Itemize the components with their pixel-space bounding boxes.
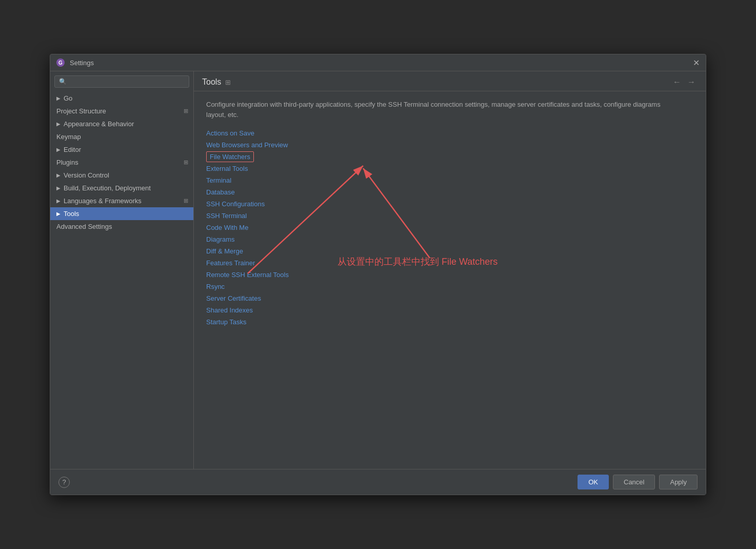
sidebar-item-label: Go [64,94,188,102]
list-item: Remote SSH External Tools [206,269,693,280]
sidebar-item-go[interactable]: ▶ Go [50,92,193,105]
sidebar-item-project-structure[interactable]: Project Structure ⊞ [50,105,193,117]
sidebar-item-label: Project Structure [56,107,182,115]
sidebar-item-version-control[interactable]: ▶ Version Control [50,169,193,182]
search-input[interactable] [54,75,189,88]
list-item: Diff & Merge [206,246,693,257]
tools-description: Configure integration with third-party a… [206,100,668,120]
apply-button[interactable]: Apply [659,475,698,489]
ok-button[interactable]: OK [578,475,609,489]
tool-link-diff-merge[interactable]: Diff & Merge [206,246,243,257]
sidebar-item-tools[interactable]: ▶ Tools [50,207,193,220]
content-title: Tools [202,77,221,87]
content-header: Tools ⊞ ← → [194,71,706,91]
pin-icon: ⊞ [184,198,188,204]
sidebar-item-advanced[interactable]: Advanced Settings [50,220,193,233]
list-item: SSH Configurations [206,199,693,209]
sidebar-item-label: Tools [64,210,188,218]
dialog-footer: ? OK Cancel Apply [50,469,706,495]
sidebar-item-label: Editor [64,146,188,153]
sidebar-item-plugins[interactable]: Plugins ⊞ [50,156,193,169]
sidebar-item-label: Keymap [56,133,188,141]
sidebar-item-label: Appearance & Behavior [64,120,188,128]
cancel-button[interactable]: Cancel [613,475,655,489]
tool-link-file-watchers[interactable]: File Watchers [206,151,254,162]
nav-buttons: ← → [671,76,698,88]
tool-link-rsync[interactable]: Rsync [206,281,225,292]
sidebar-item-label: Plugins [56,159,182,166]
forward-button[interactable]: → [685,76,698,88]
sidebar-item-label: Build, Execution, Deployment [64,184,188,192]
chevron-icon: ▶ [56,172,61,178]
chevron-icon: ▶ [56,185,61,191]
list-item: Startup Tasks [206,317,693,327]
footer-right: OK Cancel Apply [578,475,698,489]
back-button[interactable]: ← [671,76,683,88]
help-button[interactable]: ? [58,477,70,488]
sidebar-item-editor[interactable]: ▶ Editor [50,143,193,156]
sidebar: ▶ Go Project Structure ⊞ ▶ Appearance & … [50,71,194,469]
tool-link-web-browsers[interactable]: Web Browsers and Preview [206,140,288,150]
sidebar-item-build-execution[interactable]: ▶ Build, Execution, Deployment [50,182,193,194]
content-title-row: Tools ⊞ [202,77,231,87]
list-item: Diagrams [206,234,693,245]
sidebar-item-label: Languages & Frameworks [64,197,182,205]
list-item: Actions on Save [206,128,693,139]
content-body: Configure integration with third-party a… [194,91,706,469]
tool-link-startup-tasks[interactable]: Startup Tasks [206,317,247,327]
chevron-icon: ▶ [56,211,61,217]
tool-link-ssh-terminal[interactable]: SSH Terminal [206,210,247,221]
settings-dialog: G Settings ✕ ▶ Go Project Structure ⊞ [50,54,706,495]
sidebar-item-label: Version Control [64,171,188,179]
dialog-body: ▶ Go Project Structure ⊞ ▶ Appearance & … [50,71,706,469]
list-item: External Tools [206,163,693,174]
pin-icon: ⊞ [184,159,188,166]
content-pin-icon: ⊞ [225,79,231,86]
list-item: SSH Terminal [206,210,693,221]
sidebar-item-label: Advanced Settings [56,223,188,230]
list-item: Code With Me [206,222,693,233]
tool-link-features-trainer[interactable]: Features Trainer [206,258,255,268]
close-button[interactable]: ✕ [691,58,701,67]
sidebar-item-languages[interactable]: ▶ Languages & Frameworks ⊞ [50,194,193,207]
sidebar-item-appearance[interactable]: ▶ Appearance & Behavior [50,117,193,130]
tool-link-diagrams[interactable]: Diagrams [206,234,235,245]
chevron-icon: ▶ [56,198,61,204]
chevron-icon: ▶ [56,147,61,152]
list-item: Rsync [206,281,693,292]
sidebar-item-keymap[interactable]: Keymap [50,130,193,143]
sidebar-section: ▶ Go Project Structure ⊞ ▶ Appearance & … [50,92,193,233]
svg-text:G: G [58,60,63,66]
tool-link-external-tools[interactable]: External Tools [206,163,248,174]
chevron-icon: ▶ [56,95,61,101]
title-bar: G Settings ✕ [50,54,706,71]
title-bar-left: G Settings [55,57,94,68]
tool-link-actions-on-save[interactable]: Actions on Save [206,128,254,139]
tools-list: Actions on Save Web Browsers and Preview… [206,128,693,327]
list-item: Web Browsers and Preview [206,140,693,150]
tool-link-terminal[interactable]: Terminal [206,175,231,186]
list-item: File Watchers [206,151,693,162]
tool-link-remote-ssh[interactable]: Remote SSH External Tools [206,269,289,280]
tool-link-shared-indexes[interactable]: Shared Indexes [206,305,253,316]
tool-link-code-with-me[interactable]: Code With Me [206,222,248,233]
pin-icon: ⊞ [184,108,188,114]
tool-link-server-certificates[interactable]: Server Certificates [206,293,261,304]
list-item: Terminal [206,175,693,186]
tool-link-ssh-configurations[interactable]: SSH Configurations [206,199,265,209]
content-panel: Tools ⊞ ← → Configure integration with t… [194,71,706,469]
dialog-title: Settings [70,59,94,67]
list-item: Shared Indexes [206,305,693,316]
list-item: Server Certificates [206,293,693,304]
chevron-icon: ▶ [56,121,61,127]
tool-link-database[interactable]: Database [206,187,235,198]
footer-left: ? [58,477,70,488]
app-icon: G [55,57,66,68]
list-item: Database [206,187,693,198]
annotation-text: 从设置中的工具栏中找到 File Watchers [337,256,498,268]
